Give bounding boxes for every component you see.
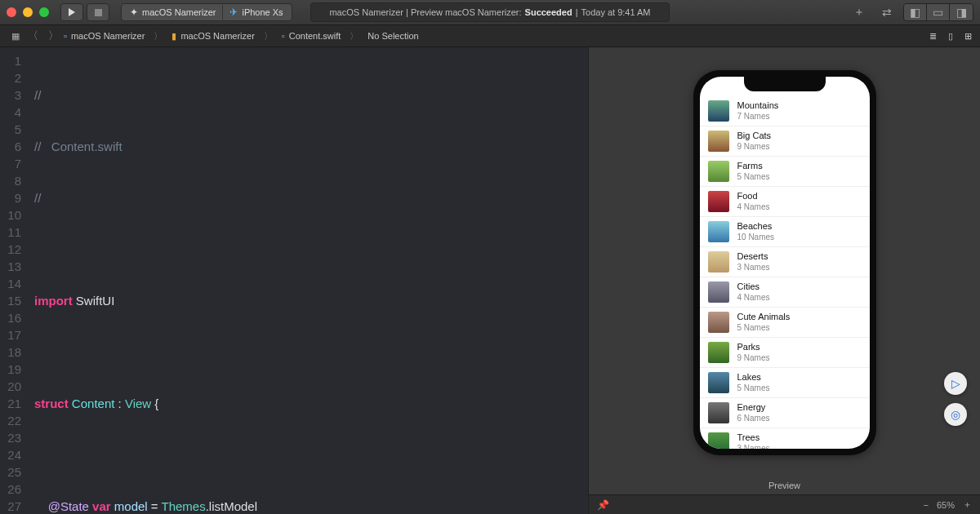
list-item-title: Farms [737, 161, 770, 171]
list-item-subtitle: 5 Names [737, 322, 791, 333]
list-item[interactable]: Mountains7 Names [700, 96, 870, 126]
list-item-title: Cute Animals [737, 312, 791, 322]
toggle-bottom-panel[interactable]: ▭ [927, 4, 950, 20]
breadcrumb: ▫ macOS Namerizer 〉 ▮ macOS Namerizer 〉 … [64, 30, 419, 42]
jump-bar: ▦ 〈 〉 ▫ macOS Namerizer 〉 ▮ macOS Nameri… [0, 24, 980, 47]
preview-inspector-button[interactable]: ◎ [944, 403, 967, 426]
toggle-left-panel[interactable]: ◧ [904, 4, 927, 20]
editor-mode-toggles: ≣ ▯ ⊞ [929, 31, 972, 42]
list-item-subtitle: 5 Names [737, 171, 770, 182]
chevron-icon: 〉 [345, 30, 363, 42]
list-item-title: Deserts [737, 251, 770, 262]
thumbnail [708, 191, 729, 212]
stop-button[interactable] [87, 3, 109, 21]
list-item-title: Food [737, 191, 770, 202]
device-icon: ✈ [229, 7, 238, 18]
list-item-subtitle: 4 Names [737, 202, 770, 212]
minimap-icon[interactable]: ≣ [929, 31, 937, 42]
chevron-icon: 〉 [259, 30, 278, 42]
review-button[interactable]: ⇄ [875, 4, 898, 20]
scheme-separator [222, 5, 223, 20]
thumbnail [708, 281, 729, 303]
main-split: 1234567891011121314151617181920212223242… [0, 47, 980, 514]
titlebar: ✦ macOS Namerizer ✈ iPhone Xs macOS Name… [0, 0, 980, 24]
zoom-level: 65% [937, 500, 955, 510]
list-item-subtitle: 5 Names [737, 383, 770, 393]
code-area[interactable]: // // Content.swift // import SwiftUI st… [29, 47, 588, 514]
thumbnail [708, 161, 729, 182]
source-editor[interactable]: 1234567891011121314151617181920212223242… [0, 47, 588, 514]
folder-icon: ▮ [172, 31, 176, 42]
zoom-in-button[interactable]: ＋ [963, 498, 972, 511]
list-item[interactable]: Big Cats9 Names [700, 126, 870, 157]
crumb-root[interactable]: macOS Namerizer [71, 31, 145, 41]
thumbnail [708, 221, 729, 242]
list-item[interactable]: Beaches10 Names [700, 217, 870, 247]
toolbar-right: ＋ ⇄ ◧ ▭ ◨ [848, 3, 973, 21]
list-item-title: Trees [737, 432, 770, 443]
related-items-icon[interactable]: ▦ [8, 31, 23, 42]
list-item[interactable]: Lakes5 Names [700, 368, 870, 398]
crumb-file[interactable]: Content.swift [289, 31, 341, 41]
list-item-title: Big Cats [737, 131, 772, 141]
list-item[interactable]: Farms5 Names [700, 157, 870, 187]
zoom-controls: − 65% ＋ [924, 498, 972, 511]
add-button[interactable]: ＋ [848, 4, 871, 20]
nav-back-button[interactable]: 〈 [23, 29, 43, 43]
nav-forward-button[interactable]: 〉 [43, 29, 64, 43]
add-editor-icon[interactable]: ⊞ [964, 31, 972, 42]
toggle-right-panel[interactable]: ◨ [950, 4, 973, 20]
scheme-target: macOS Namerizer [142, 7, 216, 17]
status-prefix: macOS Namerizer | Preview macOS Namerize… [329, 7, 521, 17]
zoom-out-button[interactable]: − [924, 500, 929, 510]
scheme-selector[interactable]: ✦ macOS Namerizer ✈ iPhone Xs [121, 3, 292, 21]
list-item[interactable]: Cities4 Names [700, 277, 870, 308]
zoom-window-button[interactable] [39, 7, 49, 17]
crumb-folder[interactable]: macOS Namerizer [180, 31, 254, 41]
preview-float-controls: ▷ ◎ [944, 372, 967, 426]
list-item-subtitle: 10 Names [737, 232, 775, 242]
thumbnail [708, 372, 729, 393]
list-item-subtitle: 6 Names [737, 413, 770, 423]
status-state: Succeeded [525, 7, 572, 17]
list-item-subtitle: 4 Names [737, 292, 770, 303]
list-item-subtitle: 9 Names [737, 352, 770, 363]
list-item[interactable]: Energy6 Names [700, 398, 870, 428]
list-item[interactable]: Deserts3 Names [700, 247, 870, 277]
list-item-title: Lakes [737, 372, 770, 383]
preview-bottom-bar: 📌 − 65% ＋ [589, 494, 980, 514]
close-window-button[interactable] [7, 7, 16, 17]
list-item[interactable]: Parks9 Names [700, 338, 870, 368]
swift-file-icon: ▫ [282, 31, 285, 41]
app-target-icon: ✦ [130, 7, 138, 18]
project-icon: ▫ [64, 31, 67, 41]
run-button[interactable] [60, 3, 83, 21]
list-item[interactable]: Food4 Names [700, 187, 870, 217]
preview-list: Mountains7 NamesBig Cats9 NamesFarms5 Na… [700, 77, 870, 449]
play-icon [69, 8, 75, 16]
list-item-title: Cities [737, 281, 770, 292]
device-screen: Mountains7 NamesBig Cats9 NamesFarms5 Na… [700, 77, 870, 449]
panel-toggles: ◧ ▭ ◨ [903, 3, 973, 21]
canvas-layout-icon[interactable]: ▯ [948, 31, 953, 42]
minimize-window-button[interactable] [23, 7, 33, 17]
thumbnail [708, 312, 729, 333]
thumbnail [708, 402, 729, 423]
crumb-selection[interactable]: No Selection [368, 31, 418, 41]
device-notch [744, 77, 826, 91]
list-item[interactable]: Trees3 Names [700, 428, 870, 449]
list-item-subtitle: 9 Names [737, 141, 772, 152]
device-frame: Mountains7 NamesBig Cats9 NamesFarms5 Na… [693, 70, 876, 455]
live-preview-button[interactable]: ▷ [944, 372, 967, 395]
preview-canvas[interactable]: Mountains7 NamesBig Cats9 NamesFarms5 Na… [589, 47, 980, 476]
thumbnail [708, 131, 729, 152]
thumbnail [708, 432, 729, 449]
thumbnail [708, 251, 729, 273]
preview-label: Preview [589, 476, 980, 494]
list-item-subtitle: 3 Names [737, 262, 770, 273]
list-item-subtitle: 7 Names [737, 111, 779, 122]
window-controls [7, 7, 49, 17]
pin-preview-button[interactable]: 📌 [597, 499, 609, 511]
list-item[interactable]: Cute Animals5 Names [700, 308, 870, 338]
run-controls [60, 3, 109, 21]
